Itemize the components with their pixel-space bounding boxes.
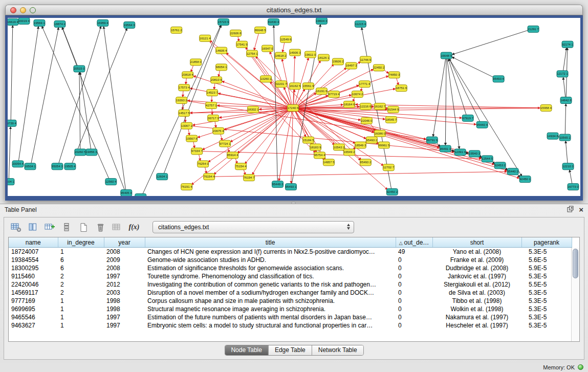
cell-year[interactable]: 1998 xyxy=(104,297,145,305)
graph-node[interactable]: 91544 9 xyxy=(387,106,399,113)
cell-in_degree[interactable]: 1 xyxy=(58,321,104,330)
table-row[interactable]: 2242004622012Investigating the contribut… xyxy=(9,280,572,289)
cell-short[interactable]: Hescheler et al. (1997) xyxy=(432,321,521,330)
new-document-icon[interactable] xyxy=(77,221,90,234)
graph-node[interactable]: 95754 4 xyxy=(314,152,325,159)
cell-name[interactable]: 9465546 xyxy=(9,313,58,321)
graph-node[interactable]: 19604 3 xyxy=(316,18,327,24)
graph-node[interactable]: 15958 4 xyxy=(540,105,552,112)
graph-node[interactable]: 95440 4 xyxy=(476,121,488,128)
tab-network-table[interactable]: Network Table xyxy=(312,345,363,355)
graph-node[interactable]: 20054 4 xyxy=(12,161,24,167)
graph-node[interactable]: 19564 3 xyxy=(124,21,135,28)
cell-title[interactable]: Tourette syndrome. Phenomenology and cla… xyxy=(145,272,396,280)
graph-node[interactable]: 11215 4 xyxy=(355,20,366,27)
cell-pagerank[interactable]: 5.3E-5 xyxy=(521,272,572,280)
graph-node[interactable]: 19606 2 xyxy=(332,58,343,65)
graph-node[interactable]: 18260 4 xyxy=(135,194,146,196)
graph-node[interactable]: 11746 9 xyxy=(360,56,371,63)
cell-out_degree[interactable]: 0 xyxy=(396,280,432,289)
graph-node[interactable]: 14618 2 xyxy=(275,52,287,59)
graph-node[interactable]: 12172 1 xyxy=(557,71,568,77)
graph-node[interactable]: 20515 0 xyxy=(74,65,85,72)
graph-node[interactable]: 95493 4 xyxy=(493,76,504,82)
cell-pagerank[interactable]: 5.3E-5 xyxy=(521,248,572,256)
edit-table-icon[interactable] xyxy=(43,221,56,234)
graph-node[interactable]: 76191 4 xyxy=(181,184,192,190)
column-header-pagerank[interactable]: pagerank xyxy=(521,237,572,248)
column-header-title[interactable]: title xyxy=(145,237,396,248)
graph-node[interactable]: 15561 9 xyxy=(302,83,314,90)
close-window-button[interactable] xyxy=(10,7,16,13)
cell-year[interactable]: 2008 xyxy=(104,248,145,256)
import-table-icon[interactable] xyxy=(111,221,124,234)
cell-pagerank[interactable]: 5.3E-5 xyxy=(521,289,572,297)
graph-node[interactable]: 20810 9 xyxy=(211,77,222,83)
graph-node[interactable]: 20019 4 xyxy=(18,18,30,24)
graph-node[interactable]: 16086 0 xyxy=(374,130,385,137)
graph-node[interactable]: 19739 4 xyxy=(8,120,16,126)
cell-title[interactable]: Changes of HCN gene expression and I(f) … xyxy=(145,248,396,256)
graph-node[interactable]: 67919 7 xyxy=(462,115,473,121)
cell-year[interactable]: 1997 xyxy=(104,313,145,321)
cell-short[interactable]: Nakamura et al. (1997) xyxy=(432,313,521,321)
table-row[interactable]: 1830029562008Estimation of significance … xyxy=(9,264,572,272)
graph-node[interactable]: 13067 1 xyxy=(181,122,192,129)
graph-node[interactable]: 19540 3 xyxy=(469,150,480,157)
cell-name[interactable]: 18300295 xyxy=(9,264,58,272)
cell-title[interactable]: Investigating the contribution of common… xyxy=(145,280,396,289)
delete-table-icon[interactable] xyxy=(94,221,107,234)
graph-node[interactable]: 14517 5 xyxy=(179,110,190,116)
graph-node[interactable]: 14523 7 xyxy=(207,90,218,96)
graph-node[interactable]: 13260 2 xyxy=(260,76,272,82)
graph-node[interactable]: 20260 5 xyxy=(75,149,86,156)
vertical-scrollbar[interactable] xyxy=(571,248,579,341)
cell-in_degree[interactable]: 1 xyxy=(58,297,104,305)
graph-node[interactable]: 10565 2 xyxy=(559,134,571,141)
cell-short[interactable]: Wolkin et al. (1998) xyxy=(432,305,521,313)
window-titlebar[interactable]: citations_edges.txt xyxy=(5,5,583,15)
cell-out_degree[interactable]: 0 xyxy=(396,289,432,297)
column-header-short[interactable]: short xyxy=(432,237,521,248)
graph-node[interactable]: 97719 4 xyxy=(328,91,339,98)
graph-node[interactable]: 18549 3 xyxy=(355,142,366,148)
graph-node[interactable]: 92450 1 xyxy=(519,176,531,183)
cell-year[interactable]: 1997 xyxy=(104,272,145,280)
graph-node[interactable]: 12544 5 xyxy=(482,156,493,162)
cell-in_degree[interactable]: 2 xyxy=(58,280,104,289)
graph-node[interactable]: 19505 4 xyxy=(64,163,76,170)
graph-node[interactable]: 16648 9 xyxy=(441,52,452,59)
table-row[interactable]: 1456911722003Disruption of a novel membe… xyxy=(9,289,572,297)
cell-name[interactable]: 9463627 xyxy=(9,321,58,330)
cell-in_degree[interactable]: 1 xyxy=(58,313,104,321)
graph-node[interactable]: 98054 1 xyxy=(216,64,227,71)
graph-node[interactable]: 95493 2 xyxy=(366,137,377,143)
cell-title[interactable]: Structural magnetic resonance image aver… xyxy=(145,305,396,313)
cell-name[interactable]: 22420046 xyxy=(9,280,58,289)
graph-node[interactable]: 19611 0 xyxy=(304,51,316,58)
cell-short[interactable]: Tibbo et al. (1998) xyxy=(432,297,521,305)
graph-node[interactable]: 95491 3 xyxy=(440,145,451,152)
graph-node[interactable]: 16191 6 xyxy=(316,88,327,95)
close-panel-icon[interactable]: × xyxy=(579,206,583,214)
cell-name[interactable]: 9777169 xyxy=(9,297,58,305)
graph-node[interactable]: 18545 7 xyxy=(385,116,397,123)
show-columns-icon[interactable] xyxy=(26,221,39,234)
graph-node[interactable]: 22606 8 xyxy=(230,30,242,36)
cell-year[interactable]: 1998 xyxy=(104,305,145,313)
cell-short[interactable]: de Silva et al. (2003) xyxy=(432,289,521,297)
cell-short[interactable]: Dudbridge et al. (2008) xyxy=(432,264,521,272)
cell-out_degree[interactable]: 49 xyxy=(396,248,432,256)
graph-node[interactable]: 20675 4 xyxy=(213,127,224,134)
graph-node[interactable]: 32201 7 xyxy=(276,81,287,87)
graph-node[interactable]: 16959 4 xyxy=(97,19,108,26)
cell-title[interactable]: Embryonic stem cells: a model to study s… xyxy=(145,321,396,330)
rows-icon[interactable] xyxy=(60,221,73,234)
graph-node[interactable]: 17541 9 xyxy=(236,41,248,48)
table-row[interactable]: 946362711997Embryonic stem cells: a mode… xyxy=(9,321,572,330)
minimize-window-button[interactable] xyxy=(20,7,26,13)
graph-node[interactable]: 16549 2 xyxy=(343,149,355,156)
cell-in_degree[interactable]: 1 xyxy=(58,305,104,313)
cell-name[interactable]: 9115460 xyxy=(9,272,58,280)
cell-out_degree[interactable]: 0 xyxy=(396,297,432,305)
